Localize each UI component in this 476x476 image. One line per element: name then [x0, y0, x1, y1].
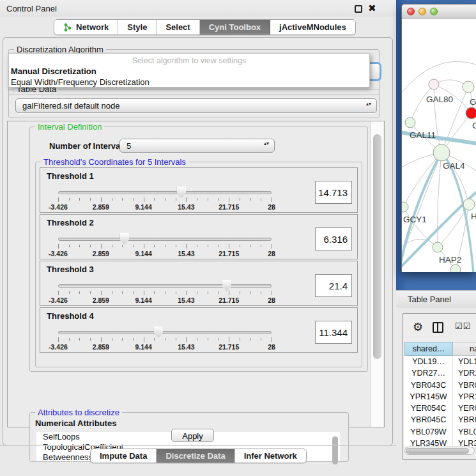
window-title: Control Panel [6, 4, 57, 13]
tick-label: -3.426 [49, 343, 68, 351]
column-header-name[interactable]: na [453, 342, 476, 356]
tick-mark [58, 291, 59, 295]
slider-track[interactable] [58, 331, 272, 334]
node-partial[interactable] [450, 265, 461, 272]
node-gal80[interactable] [429, 79, 439, 89]
tab-discretize-data[interactable]: Discretize Data [157, 449, 234, 463]
float-window-icon[interactable] [355, 5, 362, 13]
tick-mark [272, 244, 272, 249]
tick-label: -3.426 [49, 250, 68, 257]
group-title: Attributes to discretize [35, 408, 122, 417]
tick-mark [79, 198, 80, 201]
dropdown-option-equal-width[interactable]: Equal Width/Frequency Discretization [11, 77, 150, 87]
node-selected-red[interactable] [466, 107, 476, 119]
node-gcy1[interactable] [402, 202, 408, 212]
node-gal11[interactable] [405, 118, 415, 128]
table-row[interactable]: YLR345WYLR3 [404, 438, 476, 447]
tick-mark [250, 291, 251, 294]
threshold-4-value-field[interactable]: 11.344 [315, 321, 352, 344]
table-row[interactable]: YDL19…YDL1 [404, 356, 476, 367]
slider-track[interactable] [58, 238, 272, 241]
algorithm-dropdown-popup: Select algorithm to view settings Manual… [8, 53, 370, 88]
number-of-intervals-combobox[interactable]: 5 ▴▾ [119, 139, 275, 153]
apply-button[interactable]: Apply [171, 429, 214, 442]
tick-mark [229, 197, 229, 202]
tick-mark [176, 291, 176, 294]
thresholds-group: Threshold's Coordinates for 5 Intervals … [35, 162, 362, 367]
stepper-arrows-icon[interactable]: ▴▾ [264, 141, 269, 146]
stepper-arrows-icon[interactable]: ▴▾ [366, 101, 371, 107]
threshold-3-value-field[interactable]: 21.4 [315, 274, 352, 297]
gear-icon[interactable]: ⚙ [413, 320, 423, 334]
threshold-4-slider[interactable]: -3.4262.8599.14415.4321.71528 [58, 327, 272, 353]
network-nodes[interactable] [402, 79, 476, 272]
slider-scale-labels: -3.4262.8599.14415.4321.71528 [58, 250, 272, 257]
table-data-combobox[interactable]: galFiltered.sif default node ▴▾ [15, 98, 377, 113]
table-row[interactable]: YDR27…YDR2 [404, 367, 476, 379]
tab-style[interactable]: Style [118, 20, 157, 35]
settings-vertical-scrollbar[interactable] [370, 121, 383, 427]
table-horizontal-scrollbar[interactable] [404, 447, 475, 455]
tab-network[interactable]: Network [54, 20, 118, 35]
threshold-1-value-field[interactable]: 14.713 [315, 181, 352, 204]
scrollbar-thumb[interactable] [332, 436, 338, 464]
tick-mark [154, 245, 155, 247]
tick-label: 15.43 [178, 343, 194, 351]
slider-track[interactable] [58, 191, 272, 194]
tick-mark [69, 338, 70, 341]
slider-scale-labels: -3.4262.8599.14415.4321.71528 [58, 296, 272, 304]
threshold-3-slider[interactable]: -3.4262.8599.14415.4321.71528 [58, 280, 272, 306]
table-row[interactable]: YBR045CYBR0 [404, 414, 476, 426]
tick-mark [261, 338, 261, 341]
attributes-scrollbar[interactable] [331, 432, 340, 461]
table-row[interactable]: YER054CYER0 [404, 403, 476, 414]
tick-mark [165, 338, 165, 341]
node-ga[interactable] [463, 81, 474, 93]
network-canvas[interactable]: GAL80 GA C GAL11 GAL4 H GCY1 HAP2 [402, 19, 476, 272]
threshold-2-value-field[interactable]: 6.316 [315, 227, 352, 250]
group-title: Interval Definition [35, 122, 104, 132]
network-view-window: GAL80 GA C GAL11 GAL4 H GCY1 HAP2 [401, 4, 476, 272]
tab-impute-data[interactable]: Impute Data [91, 449, 157, 463]
minimize-traffic-light-icon[interactable] [418, 8, 426, 15]
node-h[interactable] [463, 199, 475, 210]
threshold-2-slider[interactable]: -3.4262.8599.14415.4321.71528 [58, 234, 272, 259]
close-icon[interactable]: ✖ [368, 3, 376, 14]
scrollbar-thumb[interactable] [406, 448, 469, 454]
tab-jactivemnodules[interactable]: jActiveMNodules [270, 20, 355, 35]
tick-label: 9.144 [135, 343, 151, 351]
dropdown-option-manual[interactable]: Manual Discretization [11, 66, 96, 76]
table-row[interactable]: YPR145WYPR1 [404, 391, 476, 403]
titlebar: Control Panel ✖ [0, 0, 396, 17]
node-label: HAP2 [439, 255, 461, 265]
tick-label: 2.859 [93, 203, 109, 211]
scrollbar-thumb[interactable] [373, 134, 381, 359]
table-row[interactable]: YBR043CYBR0 [404, 380, 476, 391]
interval-definition-group: Interval Definition Number of Intervals … [29, 127, 368, 372]
slider-track[interactable] [58, 284, 272, 288]
threshold-label: Threshold 1 [47, 171, 94, 181]
tick-mark [261, 245, 261, 247]
node-hap2[interactable] [433, 242, 443, 252]
slider-ticks [58, 243, 272, 249]
select-columns-checkboxes-icon[interactable]: ☑☑ [455, 321, 471, 331]
zoom-traffic-light-icon[interactable] [430, 8, 438, 15]
table-row[interactable]: YBL079WYBL0 [404, 426, 476, 438]
table-panel-header[interactable]: Table Panel [396, 290, 476, 307]
node-gal4[interactable] [433, 144, 450, 161]
tab-cyni-toolbox[interactable]: Cyni Toolbox [200, 20, 270, 35]
split-columns-icon[interactable] [433, 322, 443, 333]
threshold-1-slider[interactable]: -3.4262.8599.14415.4321.71528 [58, 187, 272, 213]
top-tab-bar: Network Style Select Cyni Toolbox jActiv… [54, 19, 356, 35]
tab-infer-network[interactable]: Infer Network [235, 449, 306, 463]
tick-mark [219, 245, 219, 247]
tab-select[interactable]: Select [157, 20, 199, 35]
tick-mark [79, 291, 80, 294]
threshold-3-panel: Threshold 3 -3.4262.8599.14415.4321.7152… [40, 261, 358, 306]
network-window-titlebar[interactable] [402, 4, 476, 19]
close-traffic-light-icon[interactable] [407, 8, 415, 15]
column-header-shared-name[interactable]: shared… [404, 342, 453, 356]
slider-ticks [58, 197, 272, 203]
cyni-toolbox-panel: Discretization Algorithm Table Data galF… [3, 37, 393, 446]
tick-mark [58, 337, 59, 342]
